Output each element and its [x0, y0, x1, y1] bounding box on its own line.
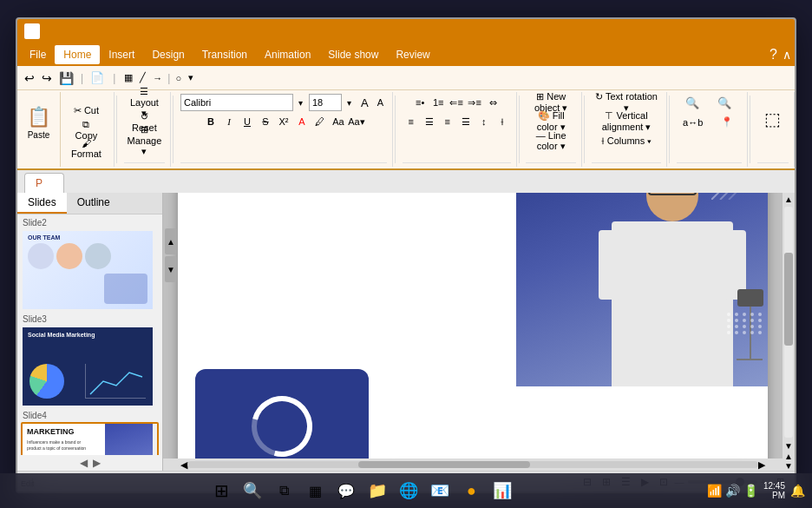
search-again-button[interactable]: 🔍 [711, 94, 740, 112]
format-paintbrush-button[interactable]: 🖌 Format [68, 140, 105, 157]
increase-font-button[interactable]: A [357, 94, 372, 111]
select-btn[interactable]: ▦ [121, 69, 136, 87]
columns2-button[interactable]: ⫲ Columns ▾ [598, 132, 656, 149]
slide-3-thumb[interactable]: Social Media Marketing [21, 326, 159, 407]
highlight-button[interactable]: 🖊 [311, 113, 329, 130]
taskview-button[interactable]: ⧉ [270, 477, 298, 505]
widgets-button[interactable]: ▦ [301, 477, 329, 505]
document-tab[interactable]: P [24, 173, 64, 194]
copy-button[interactable]: ⧉ Copy [68, 121, 105, 138]
font-size-dropdown[interactable]: ▾ [344, 96, 356, 109]
menu-insert[interactable]: Insert [100, 45, 143, 64]
font-name-input[interactable] [180, 94, 293, 111]
columns-button[interactable]: ⫲ [494, 113, 511, 130]
network-icon[interactable]: 📶 [707, 484, 722, 498]
slide-2-container[interactable]: Slide2 OUR TEAM [21, 218, 159, 311]
prev-slide-button[interactable]: ▲ [165, 228, 177, 254]
panel-scroll-left[interactable]: ◀ [80, 457, 88, 469]
font-color-button[interactable]: A [293, 113, 311, 130]
v-scroll-thumb[interactable] [784, 253, 793, 345]
spacing-button[interactable]: Aa [330, 113, 347, 130]
slide-4-thumb[interactable]: MARKETING Influencers make a brand or pr… [21, 422, 159, 455]
layout-button[interactable]: ☰ Layout ▾ [124, 94, 166, 111]
horizontal-scrollbar[interactable]: ◀ ▶ [163, 459, 783, 471]
bullets-button[interactable]: ≡• [411, 94, 429, 111]
rtl-button[interactable]: ⇔ [484, 94, 501, 111]
scroll-up-button[interactable]: ▲ [783, 193, 795, 205]
scroll-down-button[interactable]: ▼ [783, 439, 795, 452]
mail-button[interactable]: 📧 [426, 477, 454, 505]
notification-button[interactable]: 🔔 [790, 484, 805, 498]
select-all-button[interactable]: ⬚ [757, 106, 789, 149]
start-button[interactable]: ⊞ [207, 477, 235, 505]
maximize-button[interactable] [748, 22, 767, 41]
menu-home[interactable]: Home [55, 45, 100, 64]
office-button[interactable]: ● [457, 477, 485, 505]
font-size-input[interactable] [309, 94, 342, 111]
replace-button[interactable]: a↔b [677, 115, 711, 130]
expand-up-button[interactable]: ▲ [784, 452, 793, 461]
goto-button[interactable]: 📍 [715, 114, 742, 130]
close-button[interactable] [769, 22, 788, 41]
case-button[interactable]: Aa▾ [348, 113, 365, 130]
fill-color-button[interactable]: 🎨 Fill color ▾ [526, 113, 576, 130]
slide-3-container[interactable]: Slide3 Social Media Marketing [21, 314, 159, 407]
arrow-btn[interactable]: → [149, 69, 166, 87]
new-button[interactable]: 📄 [87, 69, 108, 87]
vertical-align-button[interactable]: ⊤ Vertical alignment ▾ [592, 113, 662, 130]
menu-transition[interactable]: Transition [193, 45, 256, 64]
manage-button[interactable]: ⊞ Manage ▾ [124, 132, 166, 149]
shadow-button[interactable]: X² [275, 113, 292, 130]
align-left-button[interactable]: ≡ [403, 113, 420, 130]
vertical-scrollbar[interactable]: ▲ ▼ ▲ ▼ [783, 193, 795, 471]
numbering-button[interactable]: 1≡ [429, 94, 447, 111]
slides-tab[interactable]: Slides [17, 193, 67, 214]
scroll-left-button[interactable]: ◀ [180, 459, 187, 471]
slide-2-thumb[interactable]: OUR TEAM [21, 229, 159, 311]
bold-button[interactable]: B [202, 113, 219, 130]
underline-button[interactable]: U [239, 113, 256, 130]
line-btn[interactable]: ╱ [136, 69, 149, 87]
increase-indent-button[interactable]: ⇒≡ [466, 94, 483, 111]
menu-review[interactable]: Review [387, 45, 438, 64]
clock[interactable]: 12:45 PM [763, 481, 785, 500]
impress-button[interactable]: 📊 [488, 477, 516, 505]
teams-button[interactable]: 💬 [332, 477, 360, 505]
outline-tab[interactable]: Outline [67, 193, 121, 214]
justify-button[interactable]: ☰ [457, 113, 475, 130]
volume-icon[interactable]: 🔊 [725, 484, 740, 498]
italic-button[interactable]: I [220, 113, 238, 130]
strikethrough-button[interactable]: S [257, 113, 274, 130]
menu-design[interactable]: Design [143, 45, 193, 64]
redo-button[interactable]: ↪ [38, 69, 56, 87]
menu-file[interactable]: File [21, 45, 55, 64]
edge-button[interactable]: 🌐 [395, 477, 422, 505]
minimize-button[interactable] [727, 22, 746, 41]
shapes-btn[interactable]: ○ [172, 69, 185, 87]
decrease-indent-button[interactable]: ⇐≡ [448, 94, 465, 111]
line-color-button[interactable]: — Line color ▾ [526, 132, 576, 149]
slide-4-container[interactable]: Slide4 MARKETING Influencers make a bran… [21, 411, 159, 455]
more-shapes-btn[interactable]: ▾ [185, 69, 197, 87]
expand-down-button[interactable]: ▼ [784, 461, 793, 471]
align-right-button[interactable]: ≡ [439, 113, 456, 130]
decrease-font-button[interactable]: A [374, 94, 387, 111]
save-button[interactable]: 💾 [56, 69, 77, 87]
next-slide-button[interactable]: ▼ [165, 256, 177, 282]
ribbon-collapse-button[interactable]: ∧ [783, 48, 791, 62]
cut-button[interactable]: ✂ Cut [68, 102, 105, 119]
battery-icon[interactable]: 🔋 [743, 484, 758, 498]
h-scroll-thumb[interactable] [358, 461, 529, 468]
menu-slideshow[interactable]: Slide show [319, 45, 387, 64]
font-name-dropdown[interactable]: ▾ [295, 96, 307, 109]
scroll-right-button[interactable]: ▶ [758, 459, 765, 471]
search-taskbar-button[interactable]: 🔍 [239, 477, 266, 505]
paste-button[interactable]: 📋 Paste [23, 103, 55, 155]
help-button[interactable]: ? [769, 47, 777, 63]
line-spacing-button[interactable]: ↕ [475, 113, 493, 130]
files-button[interactable]: 📁 [363, 477, 391, 505]
menu-animation[interactable]: Animation [256, 45, 319, 64]
text-rotation-button[interactable]: ↻ Text rotation ▾ [592, 94, 662, 111]
panel-scroll-right[interactable]: ▶ [93, 457, 101, 469]
search-button[interactable]: 🔍 [679, 94, 708, 112]
